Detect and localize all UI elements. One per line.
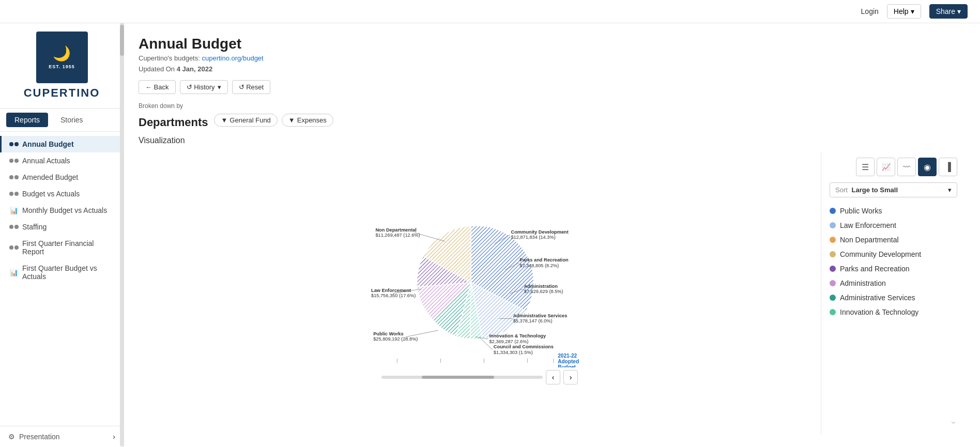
gear-icon: ⚙ (8, 433, 15, 441)
tab-reports[interactable]: Reports (6, 113, 48, 127)
svg-text:Community Development: Community Development (511, 229, 568, 234)
chart-type-pie[interactable]: ◉ (918, 158, 937, 176)
legend-item-administration[interactable]: Administration (830, 276, 957, 290)
legend-dot (830, 222, 836, 228)
legend-dot (830, 280, 836, 286)
page-title: Annual Budget (139, 36, 966, 52)
history-button[interactable]: ↺ History ▾ (180, 80, 228, 94)
chart-icon: 📊 (10, 207, 18, 214)
filter-general-fund[interactable]: ▼ General Fund (214, 114, 277, 127)
broken-down-title: Departments (139, 116, 208, 129)
sidebar-nav: Annual Budget Annual Actuals Amended Bud… (0, 132, 124, 426)
back-button[interactable]: ← Back (139, 80, 176, 94)
right-panel: ☰ 📈 〰 ◉ ▐ (821, 151, 966, 435)
scroll-prev-button[interactable]: ‹ (546, 370, 560, 384)
reset-button[interactable]: ↺ Reset (232, 80, 271, 94)
presentation-button[interactable]: ⚙ Presentation › (0, 426, 124, 447)
viz-label: Visualization (139, 136, 966, 145)
scroll-down-indicator: ⌄ (950, 415, 957, 426)
city-name: CUPERTINO (24, 86, 100, 100)
help-button[interactable]: Help ▾ (887, 4, 921, 19)
pie-chart: Community Development $12,871,834 (14.3%… (371, 202, 588, 367)
legend-dot (830, 266, 836, 272)
legend-dot (830, 208, 836, 214)
filter-icon: ▼ (288, 116, 295, 124)
sidebar-logo: 🌙 EST. 1955 CUPERTINO (0, 23, 124, 109)
login-link[interactable]: Login (861, 7, 879, 16)
legend-list: Public Works Law Enforcement Non Departm… (821, 204, 966, 413)
two-dots-icon (9, 225, 19, 229)
legend-item-admin-services[interactable]: Administrative Services (830, 290, 957, 305)
legend-item-law-enforcement[interactable]: Law Enforcement (830, 218, 957, 233)
svg-text:Administration: Administration (524, 283, 558, 288)
svg-text:$11,269,487 (12.6%): $11,269,487 (12.6%) (375, 232, 420, 237)
chevron-right-icon: › (113, 433, 115, 441)
legend-dot (830, 251, 836, 257)
top-bar: Login Help ▾ Share ▾ (0, 0, 980, 23)
logo-box: 🌙 EST. 1955 (36, 32, 88, 83)
two-dots-icon (9, 175, 19, 179)
subtitle-link[interactable]: cupertino.org/budget (202, 54, 263, 62)
sidebar-item-first-quarter-budget[interactable]: 📊 First Quarter Budget vs Actuals (0, 260, 124, 285)
sidebar-item-amended-budget[interactable]: Amended Budget (0, 169, 124, 186)
two-dots-icon (9, 245, 19, 250)
sidebar-item-annual-budget[interactable]: Annual Budget (0, 136, 124, 152)
scroll-next-button[interactable]: › (563, 370, 578, 384)
svg-text:Public Works: Public Works (373, 331, 403, 336)
toolbar: ← Back ↺ History ▾ ↺ Reset (139, 80, 966, 94)
bar-chart-icon: ▐ (945, 162, 951, 172)
svg-text:2021-22: 2021-22 (558, 353, 577, 359)
svg-text:$5,378,147 (6.0%): $5,378,147 (6.0%) (513, 318, 553, 323)
legend-item-public-works[interactable]: Public Works (830, 204, 957, 218)
chart-type-trend[interactable]: 〰 (897, 158, 916, 176)
pie-chart-container: Community Development $12,871,834 (14.3%… (139, 151, 821, 435)
legend-item-community-development[interactable]: Community Development (830, 247, 957, 261)
svg-text:Council and Commissions: Council and Commissions (494, 344, 554, 349)
svg-text:Non Departmental: Non Departmental (375, 227, 417, 232)
svg-text:$12,871,834 (14.3%): $12,871,834 (14.3%) (511, 234, 555, 239)
chart-type-bar[interactable]: ▐ (939, 158, 957, 176)
main-layout: 🌙 EST. 1955 CUPERTINO Reports Stories An… (0, 23, 980, 447)
legend-item-non-departmental[interactable]: Non Departmental (830, 233, 957, 247)
chart-type-icons: ☰ 📈 〰 ◉ ▐ (821, 158, 966, 182)
legend-dot (830, 295, 836, 301)
sidebar-item-monthly-budget[interactable]: 📊 Monthly Budget vs Actuals (0, 202, 124, 219)
two-dots-icon (9, 192, 19, 196)
svg-text:Innovation & Technology: Innovation & Technology (489, 333, 546, 338)
svg-text:$25,809,192 (28.8%): $25,809,192 (28.8%) (373, 336, 418, 342)
pie-icon: ◉ (924, 162, 931, 172)
line-chart-icon: 📈 (882, 163, 891, 171)
sidebar-item-staffing[interactable]: Staffing (0, 219, 124, 235)
sort-dropdown[interactable]: Sort Large to Small ▾ (830, 182, 957, 197)
chart-type-table[interactable]: ☰ (856, 158, 875, 176)
svg-line-33 (406, 330, 438, 337)
legend-dot (830, 309, 836, 315)
svg-text:$1,334,303 (1.5%): $1,334,303 (1.5%) (494, 349, 533, 354)
svg-text:Parks and Recreation: Parks and Recreation (519, 257, 569, 263)
chart-type-line[interactable]: 📈 (877, 158, 895, 176)
sidebar-item-first-quarter-financial[interactable]: First Quarter Financial Report (0, 235, 124, 260)
page-subtitle: Cupertino's budgets: cupertino.org/budge… (139, 54, 966, 62)
svg-text:Adopted: Adopted (558, 359, 579, 364)
svg-text:$7,348,805 (8.2%): $7,348,805 (8.2%) (519, 263, 559, 268)
svg-text:Budget: Budget (558, 364, 576, 367)
sidebar-item-budget-vs-actuals[interactable]: Budget vs Actuals (0, 186, 124, 202)
broken-down-section: Broken down by Departments ▼ General Fun… (139, 102, 966, 134)
sidebar-item-annual-actuals[interactable]: Annual Actuals (0, 152, 124, 169)
legend-item-parks-recreation[interactable]: Parks and Recreation (830, 261, 957, 276)
trend-icon: 〰 (903, 163, 910, 171)
svg-text:Administrative Services: Administrative Services (513, 313, 568, 318)
two-dots-icon (9, 142, 19, 146)
main-content: Annual Budget Cupertino's budgets: cuper… (124, 23, 980, 447)
filter-icon: ▼ (221, 116, 227, 124)
svg-text:Law Enforcement: Law Enforcement (371, 288, 411, 293)
svg-text:$7,629,629 (8.5%): $7,629,629 (8.5%) (524, 288, 563, 294)
legend-dot (830, 237, 836, 243)
tab-stories[interactable]: Stories (52, 113, 91, 127)
legend-item-innovation-tech[interactable]: Innovation & Technology (830, 305, 957, 319)
sidebar: 🌙 EST. 1955 CUPERTINO Reports Stories An… (0, 23, 124, 447)
share-button[interactable]: Share ▾ (929, 4, 968, 19)
two-dots-icon (9, 159, 19, 163)
svg-text:$2,369,287 (2.6%): $2,369,287 (2.6%) (489, 338, 528, 344)
filter-expenses[interactable]: ▼ Expenses (282, 114, 333, 127)
